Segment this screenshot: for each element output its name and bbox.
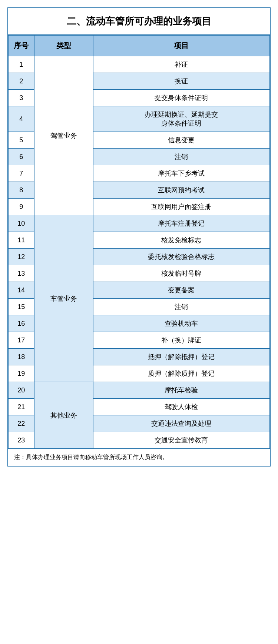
- cell-seq: 10: [9, 215, 34, 232]
- main-container: 二、流动车管所可办理的业务项目 序号 类型 项目 1驾管业务补证2换证3提交身体…: [7, 7, 271, 467]
- cell-item: 变更备案: [93, 282, 269, 299]
- cell-seq: 1: [9, 56, 34, 73]
- table-row: 1驾管业务补证: [9, 56, 270, 73]
- header-type: 类型: [34, 36, 93, 56]
- cell-seq: 9: [9, 199, 34, 215]
- cell-seq: 8: [9, 182, 34, 199]
- cell-seq: 22: [9, 415, 34, 432]
- cell-item: 委托核发检验合格标志: [93, 249, 269, 265]
- footnote: 注：具体办理业务项目请向移动车管所现场工作人员咨询。: [8, 449, 270, 466]
- cell-item: 交通安全宣传教育: [93, 432, 269, 449]
- cell-seq: 19: [9, 365, 34, 382]
- cell-seq: 2: [9, 73, 34, 90]
- cell-seq: 11: [9, 232, 34, 249]
- cell-seq: 6: [9, 149, 34, 165]
- cell-item: 补（换）牌证: [93, 332, 269, 349]
- cell-item: 查验机动车: [93, 315, 269, 332]
- cell-seq: 18: [9, 349, 34, 365]
- cell-item: 交通违法查询及处理: [93, 415, 269, 432]
- cell-item: 摩托车检验: [93, 382, 269, 399]
- cell-item: 信息变更: [93, 132, 269, 149]
- cell-item: 换证: [93, 73, 269, 90]
- cell-type: 驾管业务: [34, 56, 93, 215]
- cell-seq: 13: [9, 265, 34, 282]
- cell-seq: 20: [9, 382, 34, 399]
- cell-item: 提交身体条件证明: [93, 90, 269, 106]
- cell-item: 驾驶人体检: [93, 399, 269, 415]
- cell-seq: 15: [9, 299, 34, 315]
- header-seq: 序号: [9, 36, 34, 56]
- cell-item: 办理延期换证、延期提交 身体条件证明: [93, 106, 269, 132]
- table-row: 20其他业务摩托车检验: [9, 382, 270, 399]
- table-header-row: 序号 类型 项目: [9, 36, 270, 56]
- cell-seq: 7: [9, 165, 34, 182]
- cell-type: 其他业务: [34, 382, 93, 449]
- cell-item: 摩托车注册登记: [93, 215, 269, 232]
- cell-item: 核发临时号牌: [93, 265, 269, 282]
- cell-item: 互联网用户面签注册: [93, 199, 269, 215]
- cell-item: 抵押（解除抵押）登记: [93, 349, 269, 365]
- cell-item: 摩托车下乡考试: [93, 165, 269, 182]
- cell-item: 注销: [93, 299, 269, 315]
- cell-item: 核发免检标志: [93, 232, 269, 249]
- cell-seq: 23: [9, 432, 34, 449]
- header-item: 项目: [93, 36, 269, 56]
- cell-seq: 12: [9, 249, 34, 265]
- cell-item: 注销: [93, 149, 269, 165]
- cell-item: 补证: [93, 56, 269, 73]
- cell-seq: 17: [9, 332, 34, 349]
- cell-seq: 5: [9, 132, 34, 149]
- page-title: 二、流动车管所可办理的业务项目: [8, 8, 270, 35]
- business-table: 序号 类型 项目 1驾管业务补证2换证3提交身体条件证明4办理延期换证、延期提交…: [8, 35, 270, 449]
- cell-seq: 3: [9, 90, 34, 106]
- cell-seq: 14: [9, 282, 34, 299]
- cell-seq: 21: [9, 399, 34, 415]
- table-row: 10车管业务摩托车注册登记: [9, 215, 270, 232]
- cell-seq: 16: [9, 315, 34, 332]
- cell-item: 质押（解除质押）登记: [93, 365, 269, 382]
- cell-type: 车管业务: [34, 215, 93, 382]
- cell-seq: 4: [9, 106, 34, 132]
- cell-item: 互联网预约考试: [93, 182, 269, 199]
